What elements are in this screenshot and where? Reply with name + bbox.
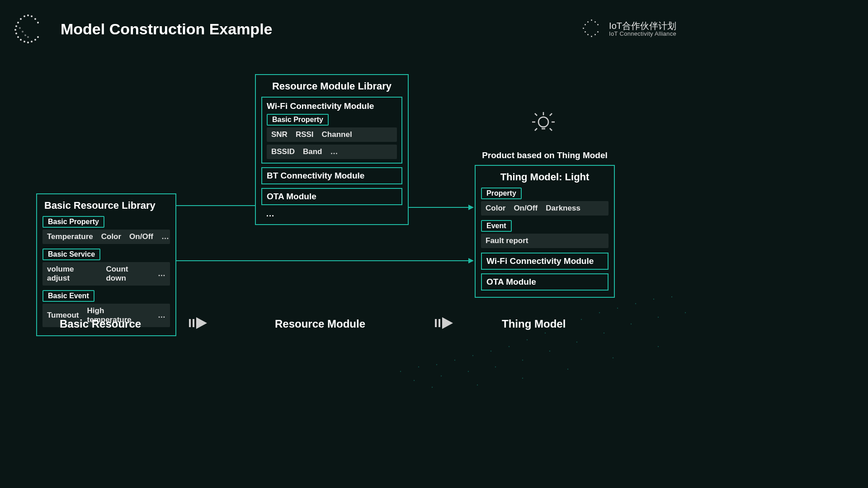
svc-volume-adjust: volume adjust (47, 265, 98, 283)
wifi-row2: BSSID Band … (267, 145, 397, 159)
svg-point-37 (604, 333, 604, 333)
svg-marker-10 (196, 317, 207, 329)
wifi-row1: SNR RSSI Channel (267, 127, 397, 142)
ellipsis: … (158, 269, 165, 278)
svg-point-44 (567, 369, 568, 370)
svg-marker-13 (442, 317, 453, 329)
tm-wifi-module: Wi-Fi Connectivity Module (481, 253, 609, 270)
wifi-module-box: Wi-Fi Connectivity Module Basic Property… (261, 97, 402, 164)
svg-rect-9 (193, 319, 194, 327)
svg-line-4 (535, 113, 537, 116)
logo-dotted-c-icon (14, 14, 44, 44)
connector-basic-to-rm (176, 205, 255, 206)
svg-point-45 (613, 357, 613, 358)
svg-point-26 (617, 308, 618, 309)
tm-event-section: Event Fault report (481, 220, 609, 248)
svg-point-42 (477, 385, 478, 385)
svg-point-28 (653, 299, 654, 300)
wifi-basic-property-badge: Basic Property (267, 114, 329, 126)
wifi-bssid: BSSID (271, 147, 295, 156)
svg-point-25 (599, 312, 600, 313)
svg-point-30 (414, 380, 415, 381)
svg-point-38 (631, 324, 632, 324)
bt-module-box: BT Connectivity Module (261, 167, 402, 184)
tm-property-badge: Property (481, 188, 522, 199)
wifi-channel: Channel (322, 130, 352, 139)
svg-point-20 (509, 346, 509, 347)
svg-point-40 (685, 312, 686, 313)
svg-point-34 (522, 360, 523, 361)
prop-onoff: On/Off (129, 232, 153, 241)
lightbulb-icon (530, 109, 557, 136)
tm-evt-fault: Fault report (486, 236, 528, 245)
svg-point-22 (545, 333, 546, 333)
brand-title-en: IoT Connectivity Alliance (609, 31, 676, 37)
tm-event-badge: Event (481, 220, 512, 232)
tm-prop-color: Color (486, 204, 505, 213)
basic-title: Basic Resource Library (44, 200, 168, 211)
svg-point-15 (418, 366, 419, 367)
ellipsis: … (158, 311, 165, 320)
caption-resource-module: Resource Module (275, 318, 365, 330)
svg-rect-12 (439, 319, 440, 327)
rm-title: Resource Module Library (263, 80, 401, 92)
svg-point-17 (454, 360, 455, 361)
brand-text: IoT合作伙伴计划 IoT Connectivity Alliance (609, 21, 676, 37)
basic-service-section: Basic Service volume adjust Count down … (42, 249, 170, 286)
arrowhead-icon (468, 205, 474, 210)
brand-title-cn: IoT合作伙伴计划 (609, 21, 676, 31)
flow-arrow-icon (189, 316, 209, 330)
brand-dotted-icon (582, 19, 603, 39)
resource-module-library-box: Resource Module Library Wi-Fi Connectivi… (255, 74, 409, 225)
prop-temperature: Temperature (47, 232, 93, 241)
basic-resource-library-box: Basic Resource Library Basic Property Te… (36, 193, 176, 336)
arrowhead-icon (468, 258, 474, 263)
header-left: Model Construction Example (14, 14, 273, 44)
wifi-title: Wi-Fi Connectivity Module (267, 101, 397, 111)
tm-property-row: Color On/Off Darkness (481, 201, 609, 216)
ellipsis: … (330, 147, 338, 156)
ellipsis: … (161, 232, 169, 241)
svg-point-46 (658, 346, 659, 347)
svg-point-36 (576, 342, 577, 343)
svg-line-7 (550, 128, 552, 131)
svg-point-18 (472, 355, 473, 356)
svg-rect-8 (189, 319, 191, 327)
page-title: Model Construction Example (61, 20, 273, 38)
svg-point-16 (436, 364, 437, 365)
svg-point-19 (491, 351, 491, 352)
svg-point-0 (538, 117, 548, 127)
tm-prop-darkness: Darkness (546, 204, 580, 213)
svg-rect-11 (435, 319, 437, 327)
basic-service-badge: Basic Service (42, 249, 100, 260)
caption-basic-resource: Basic Resource (60, 318, 141, 330)
brand: IoT合作伙伴计划 IoT Connectivity Alliance (582, 19, 676, 39)
svg-point-31 (441, 375, 442, 376)
diagram-stage: Basic Resource Library Basic Property Te… (0, 44, 694, 389)
prop-color: Color (101, 232, 121, 241)
connector-rm-to-tm (409, 207, 469, 208)
svg-point-41 (432, 387, 433, 388)
basic-event-badge: Basic Event (42, 290, 94, 302)
ota-module-box: OTA Module (261, 188, 402, 205)
svc-countdown: Count down (106, 265, 150, 283)
tm-title: Thing Model: Light (483, 171, 607, 183)
svg-point-32 (468, 371, 469, 372)
svg-point-43 (522, 378, 523, 379)
tm-ota-module: OTA Module (481, 273, 609, 291)
svg-point-35 (549, 351, 550, 352)
rm-ellipsis: … (261, 209, 402, 219)
svg-point-24 (581, 319, 582, 320)
svg-point-33 (495, 366, 496, 367)
flow-arrow-icon (435, 316, 455, 330)
svg-point-29 (671, 296, 672, 297)
svg-point-21 (527, 339, 528, 340)
caption-thing-model: Thing Model (502, 318, 566, 330)
svg-line-6 (535, 128, 537, 131)
svg-line-5 (550, 113, 552, 116)
wifi-rssi: RSSI (296, 130, 314, 139)
tm-prop-onoff: On/Off (514, 204, 538, 213)
tm-event-row: Fault report (481, 234, 609, 248)
svg-point-39 (658, 317, 659, 318)
wifi-snr: SNR (271, 130, 288, 139)
